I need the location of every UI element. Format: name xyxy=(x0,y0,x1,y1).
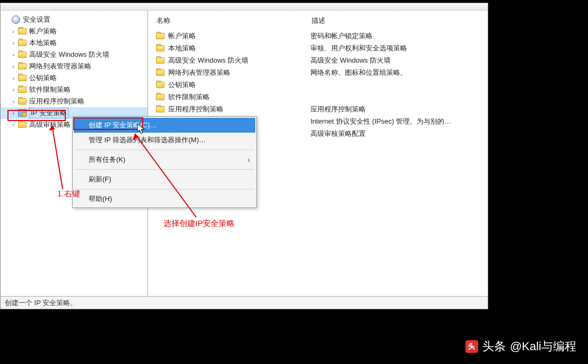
folder-icon xyxy=(155,81,165,89)
status-text: 创建一个 IP 安全策略。 xyxy=(5,298,77,308)
expander-icon[interactable]: › xyxy=(10,63,16,70)
watermark-handle: @Kali与编程 xyxy=(510,339,576,354)
folder-icon xyxy=(155,56,165,65)
tree-item-label: 网络列表管理器策略 xyxy=(29,62,91,71)
folder-icon xyxy=(155,32,165,40)
menu-separator xyxy=(75,169,254,170)
menu-item[interactable]: 所有任务(K) xyxy=(74,152,255,167)
list-item[interactable]: 网络列表管理器策略 xyxy=(155,66,296,79)
tree-root[interactable]: 安全设置 xyxy=(1,14,148,25)
tree-item-label: 公钥策略 xyxy=(29,73,57,83)
list-item[interactable]: 公钥策略 xyxy=(155,79,296,91)
menu-item[interactable]: 创建 IP 安全策略(C)… xyxy=(74,118,255,133)
menu-item[interactable]: 帮助(H) xyxy=(74,192,255,206)
name-header[interactable]: 名称 xyxy=(155,14,296,30)
tree-item[interactable]: ›高级安全 Windows 防火墙 xyxy=(1,49,148,60)
folder-icon xyxy=(18,120,27,129)
menu-item[interactable]: 管理 IP 筛选器列表和筛选器操作(M)… xyxy=(74,133,255,148)
list-item-desc: 应用程序控制策略 xyxy=(310,103,480,115)
tree-item[interactable]: ›软件限制策略 xyxy=(1,84,148,96)
desc-header[interactable]: 描述 xyxy=(310,14,480,30)
list-item[interactable]: 应用程序控制策略 xyxy=(155,103,296,115)
list-item-desc: 高级安全 Windows 防火墙 xyxy=(310,54,480,66)
list-item[interactable]: 高级安全 Windows 防火墙 xyxy=(155,54,296,66)
folder-icon xyxy=(18,27,27,36)
watermark: 头 头条 @Kali与编程 xyxy=(465,339,576,354)
context-menu[interactable]: 创建 IP 安全策略(C)…管理 IP 筛选器列表和筛选器操作(M)…所有任务(… xyxy=(72,116,257,208)
list-item[interactable]: 软件限制策略 xyxy=(155,91,296,103)
list-item-name: 软件限制策略 xyxy=(168,92,210,102)
tree-item[interactable]: ›帐户策略 xyxy=(1,25,148,37)
folder-icon xyxy=(155,68,165,77)
desc-column: 描述 密码和帐户锁定策略审核、用户权利和安全选项策略高级安全 Windows 防… xyxy=(303,11,488,296)
list-item-name: 本地策略 xyxy=(168,44,196,53)
list-item[interactable]: 本地策略 xyxy=(155,42,296,54)
tree-item-label: 软件限制策略 xyxy=(29,85,71,94)
folder-icon xyxy=(155,93,165,101)
menu-separator xyxy=(75,189,254,189)
folder-icon xyxy=(155,44,165,53)
tree-item-label: 高级安全 Windows 防火墙 xyxy=(29,50,109,59)
expander-icon[interactable]: › xyxy=(10,40,16,46)
tree-item[interactable]: ›应用程序控制策略 xyxy=(1,96,148,107)
list-item-name: 网络列表管理器策略 xyxy=(168,68,230,77)
list-item-desc: Internet 协议安全性 (IPsec) 管理。为与别的… xyxy=(310,115,480,127)
folder-icon xyxy=(155,105,165,114)
tree-item[interactable]: ›网络列表管理器策略 xyxy=(1,60,148,72)
expander-icon[interactable]: › xyxy=(10,75,16,81)
ip-policy-icon xyxy=(18,109,27,117)
folder-icon xyxy=(18,74,27,82)
expander-icon[interactable]: › xyxy=(10,110,16,116)
expander-icon[interactable]: › xyxy=(10,51,16,58)
expander-icon[interactable]: › xyxy=(10,28,16,34)
list-item-desc: 网络名称、图标和位置组策略。 xyxy=(310,66,480,79)
list-item[interactable]: 帐户策略 xyxy=(155,30,296,42)
expander-icon[interactable]: › xyxy=(10,98,16,105)
list-item-desc: 高级审核策略配置 xyxy=(310,127,480,140)
list-item-desc: 密码和帐户锁定策略 xyxy=(310,30,480,42)
list-item-desc xyxy=(310,79,480,91)
list-item-name: 高级安全 Windows 防火墙 xyxy=(168,56,248,65)
list-item-desc: 审核、用户权利和安全选项策略 xyxy=(310,42,480,54)
tree-item[interactable]: ›公钥策略 xyxy=(1,72,148,84)
list-item-name: 应用程序控制策略 xyxy=(168,105,223,114)
menu-separator xyxy=(75,150,254,150)
tree-item-label: 本地策略 xyxy=(29,38,57,48)
tree-item-label: 帐户策略 xyxy=(29,27,57,36)
list-item-name: 帐户策略 xyxy=(168,31,196,41)
folder-icon xyxy=(18,85,27,94)
menu-item[interactable]: 刷新(F) xyxy=(74,172,255,187)
toolbar xyxy=(1,3,488,11)
folder-icon xyxy=(18,97,27,106)
tree-item[interactable]: ›本地策略 xyxy=(1,37,148,49)
folder-icon xyxy=(18,50,27,59)
expander-icon[interactable]: › xyxy=(10,122,16,128)
status-bar: 创建一个 IP 安全策略。 xyxy=(1,296,488,309)
list-item-name: 公钥策略 xyxy=(168,80,196,90)
list-item-desc xyxy=(310,91,480,103)
tree-item-label: 高级审核策略 xyxy=(29,120,71,129)
tree-root-label: 安全设置 xyxy=(23,15,50,24)
root-icon xyxy=(11,15,21,24)
tree-item-label: 应用程序控制策略 xyxy=(29,97,84,106)
expander-icon[interactable]: › xyxy=(10,86,16,93)
folder-icon xyxy=(18,62,27,71)
tree-item-label: IP 安全策略 xyxy=(29,108,68,118)
folder-icon xyxy=(18,39,27,47)
watermark-prefix: 头条 xyxy=(482,339,506,354)
toutiao-logo-icon: 头 xyxy=(465,340,478,353)
